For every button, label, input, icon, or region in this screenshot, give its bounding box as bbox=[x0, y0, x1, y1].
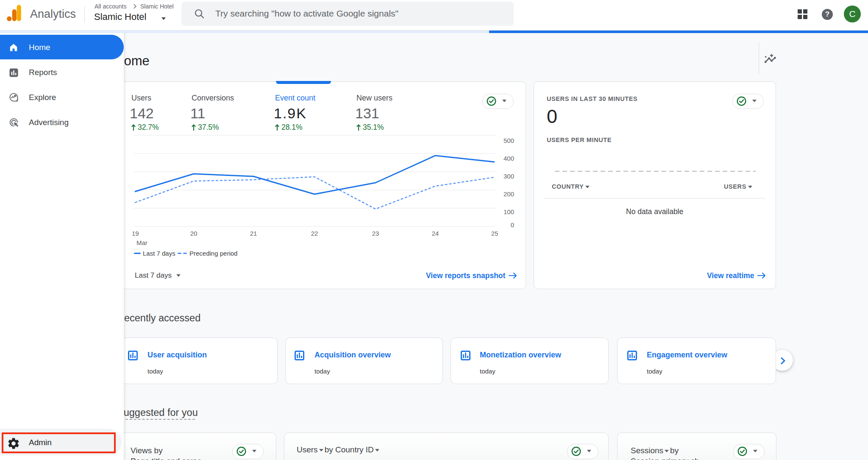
svg-text:25: 25 bbox=[491, 230, 498, 237]
svg-text:200: 200 bbox=[504, 190, 514, 198]
svg-text:Mar: Mar bbox=[136, 239, 147, 246]
svg-text:300: 300 bbox=[504, 173, 514, 180]
svg-text:100: 100 bbox=[504, 208, 514, 215]
svg-text:23: 23 bbox=[372, 230, 379, 237]
svg-text:22: 22 bbox=[311, 230, 318, 237]
svg-text:19: 19 bbox=[132, 230, 139, 237]
svg-text:0: 0 bbox=[511, 221, 514, 229]
svg-text:500: 500 bbox=[504, 137, 514, 144]
svg-text:24: 24 bbox=[432, 230, 439, 237]
svg-text:21: 21 bbox=[250, 230, 257, 237]
svg-text:20: 20 bbox=[190, 230, 198, 237]
svg-text:400: 400 bbox=[504, 155, 514, 162]
